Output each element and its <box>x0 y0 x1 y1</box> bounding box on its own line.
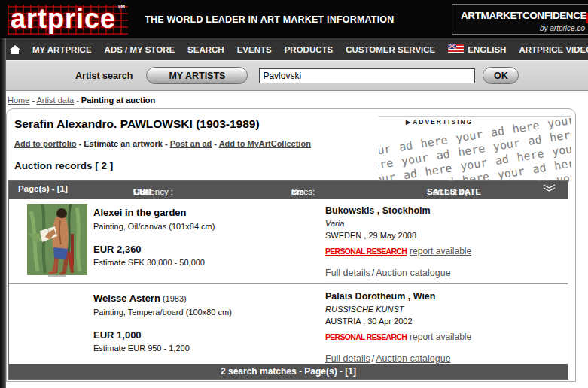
nav-search[interactable]: SEARCH <box>187 45 224 54</box>
nav-ads-my-store[interactable]: ADS / MY STORE <box>105 45 175 54</box>
artist-search-input[interactable] <box>259 68 475 83</box>
pages-indicator: Page(s) - [1] <box>18 184 68 193</box>
thumbnail-cell <box>9 204 93 283</box>
full-details-link[interactable]: Full details <box>325 353 370 364</box>
artist-search-band: Artist search MY ARTISTS OK <box>0 60 588 91</box>
ok-button[interactable]: OK <box>483 67 519 84</box>
nav-customer-service[interactable]: CUSTOMER SERVICE <box>346 45 435 54</box>
artwork-title: Weisse Astern <box>93 293 160 304</box>
amci-byline: by artprice.co <box>461 24 585 32</box>
artwork-medium: Painting, Tempera/board (100x80 cm) <box>93 308 325 317</box>
auction-record-row: Weisse Astern(1983) Painting, Tempera/bo… <box>9 283 568 364</box>
logo-tm: TM <box>117 4 125 9</box>
add-to-myartcollection-link[interactable]: Add to MyArtCollection <box>219 139 311 148</box>
auction-catalogue-link[interactable]: Auction catalogue <box>376 353 450 364</box>
art-market-confidence-banner[interactable]: ARTMARKETCONFIDENCEIND by artprice.co <box>452 4 588 35</box>
full-details-link[interactable]: Full details <box>325 268 370 278</box>
personal-research-link[interactable]: PERSONAL RESEARCHreport available <box>325 244 568 257</box>
sale-location-date: AUSTRIA , 30 Apr 2002 <box>325 317 568 326</box>
nav-products[interactable]: PRODUCTS <box>285 45 334 54</box>
artwork-details: Alexei in the garden Painting, Oil/canva… <box>93 204 325 283</box>
breadcrumb-sep: - <box>76 95 79 105</box>
record-links: Full details/Auction catalogue <box>325 268 568 278</box>
results-toolbar: Page(s) - [1] Currency : EUR USD GBP Siz… <box>9 181 568 199</box>
breadcrumb: Home - Artist data - Painting at auction <box>0 91 588 108</box>
thumbnail-cell <box>9 289 93 364</box>
action-sep: - <box>79 139 82 148</box>
sale-name: RUSSISCHE KUNST <box>325 305 568 314</box>
personal-research-badge: PERSONAL RESEARCH <box>325 332 407 341</box>
header-tagline: THE WORLD LEADER IN ART MARKET INFORMATI… <box>145 14 394 25</box>
content-panel: Serafin Alexandro. PAWLOWSKI (1903-1989)… <box>6 108 576 382</box>
breadcrumb-current: Painting at auction <box>81 95 155 105</box>
us-uk-flag-icon <box>448 43 464 56</box>
add-to-portfolio-link[interactable]: Add to portfolio <box>14 139 76 148</box>
link-separator: / <box>372 353 374 364</box>
amci-title: ARTMARKETCONFIDENCE <box>461 10 586 21</box>
nav-artprice-video[interactable]: ARTPRICE VIDEO <box>519 45 588 54</box>
sizes-cm: cm <box>291 187 304 196</box>
link-separator: / <box>372 268 374 278</box>
artwork-medium: Painting, Oil/canvas (101x84 cm) <box>93 222 325 231</box>
top-header: artpriceTM THE WORLD LEADER IN ART MARKE… <box>0 0 588 38</box>
hammer-price: EUR 2,360 <box>93 244 325 255</box>
breadcrumb-home[interactable]: Home <box>8 95 29 105</box>
post-an-ad-link[interactable]: Post an ad <box>170 139 212 148</box>
sort-value: SALES DATE <box>427 187 481 196</box>
nav-my-artprice[interactable]: MY ARTPRICE <box>32 45 92 54</box>
auction-results-table: Page(s) - [1] Currency : EUR USD GBP Siz… <box>8 180 568 380</box>
sale-name: Varia <box>325 219 568 228</box>
auction-record-row: Alexei in the garden Painting, Oil/canva… <box>9 199 568 283</box>
personal-research-link[interactable]: PERSONAL RESEARCHreport available <box>325 329 568 343</box>
left-shadow-strip <box>0 38 6 388</box>
advertising-placeholder-text: your ad here your ad here your ad here y… <box>379 116 571 184</box>
report-available-text: report available <box>410 332 471 342</box>
estimate: Estimate EUR 950 - 1,200 <box>93 344 325 353</box>
sale-details: Bukowskis , Stockholm Varia SWEDEN , 29 … <box>325 204 568 283</box>
record-links: Full details/Auction catalogue <box>325 353 568 364</box>
nav-events[interactable]: EVENTS <box>237 45 272 54</box>
action-sep: - <box>165 139 168 148</box>
artwork-year: (1983) <box>163 294 187 303</box>
nav-english: ENGLISH <box>468 45 506 54</box>
artist-search-label: Artist search <box>75 71 133 81</box>
report-available-text: report available <box>410 246 471 256</box>
sort-chevrons-icon[interactable] <box>543 184 556 194</box>
breadcrumb-artist-data[interactable]: Artist data <box>37 95 75 105</box>
my-artists-button[interactable]: MY ARTISTS <box>146 67 248 84</box>
estimate: Estimate SEK 30,000 - 50,000 <box>93 258 325 267</box>
auction-house: Bukowskis , Stockholm <box>325 205 568 216</box>
artwork-thumbnail[interactable] <box>27 204 87 277</box>
auction-house: Palais Dorotheum , Wien <box>325 291 568 302</box>
auction-catalogue-link[interactable]: Auction catalogue <box>376 268 450 278</box>
results-summary-bar: 2 search matches - Page(s) - [1] <box>9 364 568 379</box>
sale-details: Palais Dorotheum , Wien RUSSISCHE KUNST … <box>325 289 568 364</box>
artwork-title: Alexei in the garden <box>93 207 187 218</box>
estimate-artwork-link[interactable]: Estimate an artwork <box>84 139 163 148</box>
home-icon[interactable] <box>10 45 20 54</box>
logo-text: artprice <box>11 3 116 34</box>
advertising-box[interactable]: ▶ADVERTISING your ad here your ad here y… <box>379 116 571 184</box>
advertising-arrow-icon: ▶ <box>406 119 410 126</box>
main-nav: MY ARTPRICE ADS / MY STORE SEARCH EVENTS… <box>0 38 588 60</box>
artwork-details: Weisse Astern(1983) Painting, Tempera/bo… <box>93 289 325 364</box>
hammer-price: EUR 1,000 <box>93 329 325 341</box>
action-sep: - <box>214 139 217 148</box>
personal-research-badge: PERSONAL RESEARCH <box>325 247 407 256</box>
breadcrumb-sep: - <box>32 95 35 105</box>
currency-gbp[interactable]: GBP <box>133 187 151 196</box>
nav-language[interactable]: ENGLISH <box>448 43 506 56</box>
artprice-logo[interactable]: artpriceTM <box>8 5 128 35</box>
sale-location-date: SWEDEN , 29 May 2008 <box>325 231 568 240</box>
